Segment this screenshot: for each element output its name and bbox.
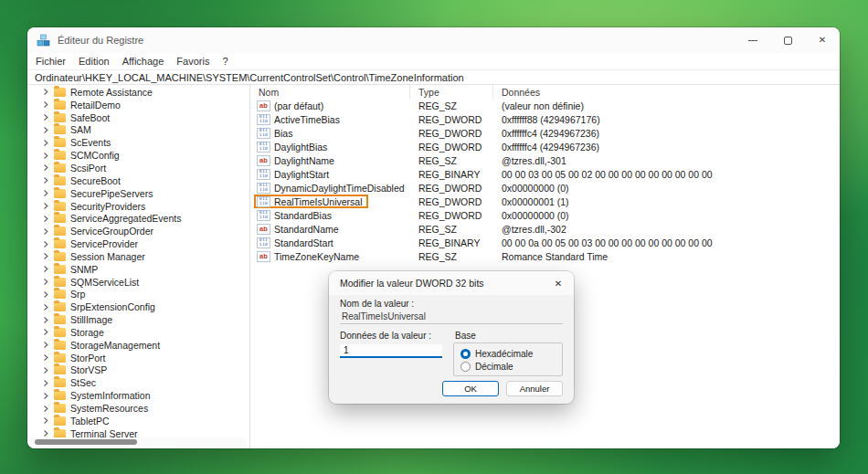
tree-item[interactable]: SNMP — [27, 263, 249, 276]
registry-value-row[interactable]: 011110ActiveTimeBiasREG_DWORD0xffffff88 … — [250, 112, 840, 126]
cancel-button[interactable]: Annuler — [506, 381, 563, 396]
folder-icon — [54, 378, 66, 387]
chevron-right-icon[interactable] — [42, 126, 52, 134]
chevron-right-icon[interactable] — [42, 316, 52, 324]
tree-item[interactable]: ServiceGroupOrder — [27, 225, 249, 237]
registry-value-row[interactable]: 011110DaylightStartREG_BINARY00 00 03 00… — [250, 167, 840, 181]
close-button[interactable]: ✕ — [805, 27, 840, 53]
tree-item[interactable]: ServiceProvider — [27, 237, 249, 250]
horizontal-scrollbar[interactable] — [30, 437, 247, 447]
chevron-right-icon[interactable] — [42, 405, 52, 413]
column-header-data[interactable]: Données — [493, 85, 840, 99]
chevron-right-icon[interactable] — [42, 353, 52, 362]
menu-item[interactable]: Affichage — [116, 56, 171, 67]
tree-item[interactable]: ServiceAggregatedEvents — [27, 212, 249, 225]
registry-value-row[interactable]: 011110DynamicDaylightTimeDisabledREG_DWO… — [250, 181, 840, 195]
tree-item[interactable]: Session Manager — [27, 250, 249, 263]
registry-value-row[interactable]: 011110StandardStartREG_BINARY00 00 0a 00… — [250, 236, 840, 249]
tree-item[interactable]: SafeBoot — [27, 111, 249, 124]
chevron-right-icon[interactable] — [42, 328, 52, 336]
tree-item[interactable]: ScsiPort — [27, 162, 249, 174]
registry-value-row[interactable]: ab(par défaut)REG_SZ(valeur non définie) — [250, 99, 840, 112]
tree-item[interactable]: StSec — [27, 376, 249, 389]
minimize-button[interactable] — [736, 27, 770, 53]
folder-icon — [54, 328, 66, 337]
registry-value-row[interactable]: abTimeZoneKeyNameREG_SZRomance Standard … — [250, 249, 840, 263]
tree-item[interactable]: StorVSP — [27, 364, 249, 377]
radio-icon[interactable] — [460, 362, 471, 372]
registry-value-row[interactable]: abStandardNameREG_SZ@tzres.dll,-302 — [250, 222, 840, 236]
value-data-input[interactable] — [340, 344, 442, 358]
tree-item[interactable]: ScEvents — [27, 136, 249, 149]
registry-value-row[interactable]: 011110DaylightBiasREG_DWORD0xffffffc4 (4… — [250, 140, 840, 153]
chevron-right-icon[interactable] — [42, 215, 52, 223]
tree-item[interactable]: SystemInformation — [27, 389, 249, 402]
tree-item[interactable]: Remote Assistance — [27, 86, 249, 99]
address-input[interactable] — [27, 70, 840, 84]
chevron-right-icon[interactable] — [42, 113, 52, 121]
chevron-right-icon[interactable] — [42, 240, 52, 248]
chevron-right-icon[interactable] — [42, 176, 52, 184]
chevron-right-icon[interactable] — [42, 252, 52, 260]
folder-icon — [54, 252, 66, 261]
registry-value-row[interactable]: abDaylightNameREG_SZ@tzres.dll,-301 — [250, 153, 840, 167]
chevron-right-icon[interactable] — [42, 392, 52, 400]
tree-item[interactable]: SystemResources — [27, 402, 249, 415]
menu-item[interactable]: ? — [216, 56, 234, 67]
tree-item[interactable]: SCMConfig — [27, 149, 249, 162]
chevron-right-icon[interactable] — [42, 379, 52, 387]
chevron-right-icon[interactable] — [42, 303, 52, 311]
registry-value-row[interactable]: 011110StandardBiasREG_DWORD0x00000000 (0… — [250, 208, 840, 222]
registry-value-row[interactable]: 011110RealTimeIsUniversalREG_DWORD0x0000… — [250, 195, 840, 208]
column-header-type[interactable]: Type — [410, 85, 493, 99]
chevron-right-icon[interactable] — [42, 202, 52, 210]
tree-item[interactable]: TabletPC — [27, 415, 249, 427]
value-type: REG_SZ — [410, 155, 493, 166]
column-header-name[interactable]: Nom — [250, 85, 410, 99]
chevron-right-icon[interactable] — [42, 163, 52, 172]
chevron-right-icon[interactable] — [42, 290, 52, 299]
menu-item[interactable]: Fichier — [29, 56, 72, 67]
tree-item[interactable]: StillImage — [27, 313, 249, 326]
chevron-right-icon[interactable] — [42, 227, 52, 236]
menubar: FichierEditionAffichageFavoris? — [27, 53, 840, 69]
tree-item[interactable]: Storage — [27, 326, 249, 339]
chevron-right-icon[interactable] — [42, 278, 52, 286]
tree-item[interactable]: StorPort — [27, 352, 249, 364]
tree-item[interactable]: SecureBoot — [27, 174, 249, 187]
tree-item[interactable]: SrpExtensionConfig — [27, 300, 249, 313]
tree-item[interactable]: SQMServiceList — [27, 276, 249, 289]
tree-item-label: Srp — [70, 289, 85, 300]
chevron-right-icon[interactable] — [42, 100, 52, 109]
folder-icon — [54, 391, 66, 400]
value-data: @tzres.dll,-302 — [493, 224, 840, 235]
tree-item[interactable]: Srp — [27, 289, 249, 301]
chevron-right-icon[interactable] — [42, 341, 52, 349]
tree-item[interactable]: SAM — [27, 124, 249, 137]
chevron-right-icon[interactable] — [42, 152, 52, 160]
maximize-button[interactable] — [770, 27, 805, 53]
base-radio-option[interactable]: Décimale — [460, 360, 556, 373]
binary-icon: 011110 — [257, 142, 270, 153]
tree-item[interactable]: StorageManagement — [27, 339, 249, 352]
dialog-close-button[interactable]: ✕ — [543, 271, 574, 295]
chevron-right-icon[interactable] — [42, 366, 52, 374]
base-radio-option[interactable]: Hexadécimale — [460, 347, 556, 360]
chevron-right-icon[interactable] — [42, 139, 52, 147]
folder-icon — [54, 163, 66, 173]
chevron-right-icon[interactable] — [42, 429, 52, 437]
registry-value-row[interactable]: 011110BiasREG_DWORD0xffffffc4 (429496723… — [250, 126, 840, 140]
tree-item[interactable]: SecurePipeServers — [27, 187, 249, 200]
chevron-right-icon[interactable] — [42, 265, 52, 273]
scrollbar-thumb[interactable] — [35, 439, 137, 445]
ok-button[interactable]: OK — [442, 381, 499, 396]
chevron-right-icon[interactable] — [42, 189, 52, 197]
menu-item[interactable]: Favoris — [170, 56, 216, 67]
tree-item[interactable]: RetailDemo — [27, 99, 249, 111]
chevron-right-icon[interactable] — [42, 88, 52, 96]
tree-item[interactable]: SecurityProviders — [27, 200, 249, 213]
folder-icon — [54, 138, 66, 147]
chevron-right-icon[interactable] — [42, 416, 52, 425]
menu-item[interactable]: Edition — [72, 56, 116, 67]
radio-icon[interactable] — [460, 349, 471, 359]
